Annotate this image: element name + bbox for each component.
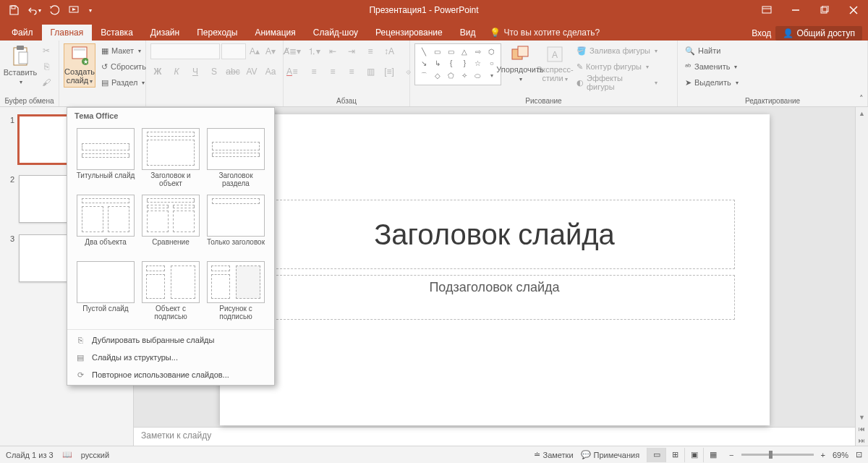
- bullets-button[interactable]: ≣▾: [288, 44, 302, 59]
- tab-design[interactable]: Дизайн: [142, 25, 188, 41]
- ribbon-display-options-icon[interactable]: [752, 0, 781, 20]
- italic-button[interactable]: К: [169, 64, 184, 79]
- notes-toggle[interactable]: ≐ Заметки: [534, 450, 574, 459]
- layout-title-content[interactable]: Заголовок и объект: [140, 127, 202, 190]
- select-button[interactable]: ➤Выделить▾: [682, 75, 741, 90]
- layout-picture-caption[interactable]: Рисунок с подписью: [205, 260, 267, 323]
- shape-outline-button[interactable]: ✎Контур фигуры▾: [574, 59, 660, 74]
- layout-section-header[interactable]: Заголовок раздела: [205, 127, 267, 190]
- reading-view-button[interactable]: ▣: [684, 448, 703, 462]
- next-slide-icon[interactable]: ⏭: [857, 436, 867, 446]
- title-placeholder[interactable]: Заголовок слайда: [255, 200, 735, 269]
- file-tab[interactable]: Файл: [3, 25, 42, 41]
- language-indicator[interactable]: русский: [81, 451, 109, 459]
- save-icon[interactable]: [4, 1, 23, 20]
- shadow-button[interactable]: S: [207, 64, 221, 79]
- line-spacing-button[interactable]: ≡: [363, 44, 378, 59]
- replace-button[interactable]: ᵃᵇЗаменить▾: [682, 59, 741, 74]
- fit-to-window-button[interactable]: ⊡: [856, 450, 862, 459]
- shape-effects-button[interactable]: ◐Эффекты фигуры▾: [574, 75, 660, 90]
- tab-insert[interactable]: Вставка: [92, 25, 142, 41]
- align-center-button[interactable]: ≡: [307, 64, 321, 79]
- increase-indent-button[interactable]: ⇥: [344, 44, 359, 59]
- redo-icon[interactable]: [45, 1, 64, 20]
- quick-styles-button[interactable]: A Экспресс- стили▾: [539, 43, 571, 85]
- align-text-button[interactable]: [≡]: [382, 64, 396, 79]
- zoom-slider[interactable]: [741, 454, 814, 456]
- minimize-button[interactable]: [781, 0, 810, 20]
- font-name-combo[interactable]: [150, 43, 220, 59]
- tab-home[interactable]: Главная: [42, 25, 93, 41]
- tab-transitions[interactable]: Переходы: [188, 25, 246, 41]
- slideshow-view-button[interactable]: ▦: [703, 448, 722, 462]
- search-icon: 🔍: [685, 46, 695, 56]
- scroll-down-icon[interactable]: ▼: [857, 412, 867, 422]
- tell-me-search[interactable]: 💡Что вы хотите сделать?: [484, 25, 605, 41]
- slide-canvas[interactable]: Заголовок слайда Подзаголовок слайда: [220, 114, 770, 425]
- reuse-slides-item[interactable]: ⟳Повторное использование слайдов...: [67, 366, 274, 383]
- format-painter-button[interactable]: 🖌: [39, 75, 54, 90]
- layout-two-content[interactable]: Два объекта: [75, 193, 137, 257]
- zoom-level[interactable]: 69%: [833, 451, 848, 459]
- slide-counter[interactable]: Слайд 1 из 3: [6, 451, 54, 459]
- share-button[interactable]: 👤Общий доступ: [775, 26, 862, 41]
- close-button[interactable]: [839, 0, 868, 20]
- layout-button[interactable]: ▦Макет▾: [98, 43, 149, 58]
- spellcheck-icon[interactable]: 📖: [62, 450, 72, 459]
- zoom-in-button[interactable]: +: [821, 451, 825, 459]
- increase-font-icon[interactable]: A▴: [247, 44, 262, 59]
- tab-review[interactable]: Рецензирование: [367, 25, 451, 41]
- find-button[interactable]: 🔍Найти: [682, 43, 741, 58]
- layout-comparison[interactable]: Сравнение: [140, 193, 202, 257]
- align-left-button[interactable]: ≡: [288, 64, 302, 79]
- duplicate-slides-item[interactable]: ⎘Дублировать выбранные слайды: [67, 331, 274, 349]
- decrease-font-icon[interactable]: A▾: [263, 44, 278, 59]
- vertical-scrollbar[interactable]: ▲ ▼ ⏮ ⏭: [855, 107, 868, 446]
- reset-button[interactable]: ↺Сбросить: [98, 59, 149, 74]
- new-slide-button[interactable]: ★ Создать слайд▾: [64, 43, 95, 88]
- scroll-up-icon[interactable]: ▲: [857, 109, 867, 119]
- cut-button[interactable]: ✂: [39, 43, 54, 58]
- underline-button[interactable]: Ч: [188, 64, 203, 79]
- text-direction-button[interactable]: ↕A: [382, 44, 396, 59]
- section-button[interactable]: ▤Раздел▾: [98, 75, 149, 90]
- subtitle-placeholder[interactable]: Подзаголовок слайда: [255, 275, 735, 320]
- paste-button[interactable]: Вставить▾: [4, 43, 36, 88]
- layout-title-only[interactable]: Только заголовок: [205, 193, 267, 257]
- shapes-gallery[interactable]: ╲▭▭△⇨⬡ ↘↳{}☆○ ⌒◇⬠✧⬭▾: [414, 43, 501, 85]
- maximize-button[interactable]: [810, 0, 839, 20]
- copy-button[interactable]: ⎘: [39, 59, 54, 74]
- prev-slide-icon[interactable]: ⏮: [857, 424, 867, 434]
- notes-pane[interactable]: Заметки к слайду: [134, 427, 855, 446]
- numbering-button[interactable]: ⒈▾: [307, 44, 321, 59]
- char-spacing-button[interactable]: AV: [244, 64, 259, 79]
- qat-customize-icon[interactable]: ▾: [85, 1, 95, 20]
- sign-in-link[interactable]: Вход: [752, 28, 771, 38]
- normal-view-button[interactable]: ▭: [647, 448, 665, 462]
- undo-icon[interactable]: ▾: [25, 1, 43, 20]
- arrange-button[interactable]: Упорядочить▾: [504, 43, 536, 85]
- layout-title-slide[interactable]: Титульный слайд: [75, 127, 137, 190]
- comments-toggle[interactable]: 💬 Примечания: [581, 450, 640, 459]
- tab-animation[interactable]: Анимация: [246, 25, 304, 41]
- bold-button[interactable]: Ж: [150, 64, 165, 79]
- shape-fill-button[interactable]: 🪣Заливка фигуры▾: [574, 43, 660, 58]
- collapse-ribbon-icon[interactable]: ˄: [859, 94, 864, 103]
- zoom-out-button[interactable]: −: [729, 451, 733, 459]
- tab-view[interactable]: Вид: [451, 25, 485, 41]
- font-size-combo[interactable]: [221, 43, 246, 59]
- start-from-beginning-icon[interactable]: [65, 1, 84, 20]
- columns-button[interactable]: ▥: [363, 64, 378, 79]
- justify-button[interactable]: ≡: [344, 64, 359, 79]
- layout-label: Объект с подписью: [141, 305, 200, 322]
- tab-slideshow[interactable]: Слайд-шоу: [305, 25, 367, 41]
- strike-button[interactable]: abc: [226, 64, 240, 79]
- align-right-button[interactable]: ≡: [326, 64, 340, 79]
- smartart-button[interactable]: ⟐: [401, 64, 415, 79]
- change-case-button[interactable]: Aa: [263, 64, 278, 79]
- layout-blank[interactable]: Пустой слайд: [75, 260, 137, 323]
- slides-from-outline-item[interactable]: ▤Слайды из структуры...: [67, 349, 274, 366]
- decrease-indent-button[interactable]: ⇤: [326, 44, 340, 59]
- layout-content-caption[interactable]: Объект с подписью: [140, 260, 202, 323]
- sorter-view-button[interactable]: ⊞: [665, 448, 684, 462]
